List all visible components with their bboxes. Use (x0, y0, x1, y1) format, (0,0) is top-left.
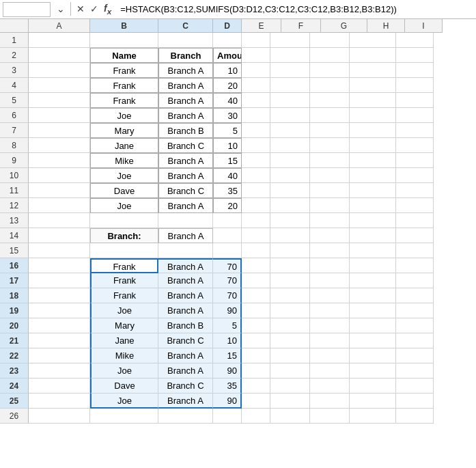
cell-b[interactable]: Branch: (90, 228, 158, 243)
cell-g[interactable] (310, 394, 350, 409)
cell-f[interactable] (270, 303, 310, 318)
cell-b[interactable] (90, 409, 158, 424)
cell-e[interactable] (242, 33, 270, 48)
col-header-c[interactable]: C (158, 19, 213, 33)
cell-i[interactable] (396, 138, 434, 153)
cell-e[interactable] (242, 409, 270, 424)
cell-g[interactable] (310, 243, 350, 258)
cell-g[interactable] (310, 63, 350, 78)
cell-f[interactable] (270, 153, 310, 168)
cell-f[interactable] (270, 93, 310, 108)
cell-b[interactable]: Mary (90, 318, 158, 333)
cell-e[interactable] (242, 288, 270, 303)
cell-c[interactable]: Branch A (158, 108, 213, 123)
function-icon[interactable]: fx (102, 1, 113, 17)
cell-a[interactable] (29, 123, 90, 138)
cell-i[interactable] (396, 348, 434, 363)
cell-e[interactable] (242, 168, 270, 183)
cell-i[interactable] (396, 409, 434, 424)
cell-h[interactable] (350, 288, 396, 303)
cell-a[interactable] (29, 394, 90, 409)
cell-b[interactable]: Joe (90, 303, 158, 318)
cell-a[interactable] (29, 258, 90, 273)
cell-f[interactable] (270, 409, 310, 424)
cell-b[interactable]: Joe (90, 394, 158, 409)
cell-c[interactable]: Branch A (158, 198, 213, 213)
cell-i[interactable] (396, 363, 434, 378)
cell-c[interactable]: Branch A (158, 273, 213, 288)
cell-b[interactable]: Jane (90, 333, 158, 348)
cell-e[interactable] (242, 93, 270, 108)
cell-i[interactable] (396, 273, 434, 288)
cell-d[interactable]: 10 (213, 138, 242, 153)
cell-h[interactable] (350, 378, 396, 394)
cell-f[interactable] (270, 243, 310, 258)
cell-i[interactable] (396, 303, 434, 318)
cell-c[interactable] (158, 213, 213, 228)
cell-a[interactable] (29, 243, 90, 258)
cell-g[interactable] (310, 138, 350, 153)
cell-g[interactable] (310, 198, 350, 213)
cell-h[interactable] (350, 409, 396, 424)
cell-f[interactable] (270, 198, 310, 213)
cell-h[interactable] (350, 33, 396, 48)
cell-d[interactable]: 5 (213, 318, 242, 333)
cell-c[interactable] (158, 243, 213, 258)
cell-e[interactable] (242, 63, 270, 78)
cell-h[interactable] (350, 318, 396, 333)
cell-e[interactable] (242, 363, 270, 378)
cell-e[interactable] (242, 108, 270, 123)
cell-c[interactable]: Branch A (158, 394, 213, 409)
cell-h[interactable] (350, 273, 396, 288)
cell-h[interactable] (350, 258, 396, 273)
cell-e[interactable] (242, 394, 270, 409)
cell-i[interactable] (396, 78, 434, 93)
cell-a[interactable] (29, 78, 90, 93)
formula-input[interactable] (117, 2, 473, 17)
cell-d[interactable] (213, 213, 242, 228)
cell-b[interactable] (90, 33, 158, 48)
cell-b[interactable]: Mike (90, 153, 158, 168)
cell-i[interactable] (396, 333, 434, 348)
col-header-e[interactable]: E (242, 19, 281, 33)
cell-h[interactable] (350, 78, 396, 93)
cell-e[interactable] (242, 153, 270, 168)
cell-c[interactable] (158, 409, 213, 424)
cell-c[interactable]: Branch A (158, 228, 213, 243)
cell-a[interactable] (29, 198, 90, 213)
cell-a[interactable] (29, 48, 90, 63)
cell-e[interactable] (242, 243, 270, 258)
cell-a[interactable] (29, 409, 90, 424)
cell-f[interactable] (270, 228, 310, 243)
cell-i[interactable] (396, 108, 434, 123)
cell-c[interactable]: Branch A (158, 153, 213, 168)
cell-e[interactable] (242, 273, 270, 288)
cell-c[interactable]: Branch A (158, 78, 213, 93)
cell-e[interactable] (242, 183, 270, 198)
cell-e[interactable] (242, 258, 270, 273)
cell-e[interactable] (242, 123, 270, 138)
cell-g[interactable] (310, 348, 350, 363)
cell-g[interactable] (310, 33, 350, 48)
cell-b[interactable]: Name (90, 48, 158, 63)
cancel-icon[interactable]: ✕ (74, 2, 87, 16)
cell-c[interactable]: Branch A (158, 348, 213, 363)
cell-f[interactable] (270, 63, 310, 78)
cell-g[interactable] (310, 168, 350, 183)
cell-i[interactable] (396, 243, 434, 258)
cell-g[interactable] (310, 123, 350, 138)
cell-b[interactable]: Joe (90, 198, 158, 213)
cell-d[interactable]: 35 (213, 183, 242, 198)
cell-d[interactable]: 35 (213, 378, 242, 394)
cell-c[interactable]: Branch A (158, 258, 213, 273)
cell-d[interactable] (213, 33, 242, 48)
cell-d[interactable]: 70 (213, 258, 242, 273)
cell-g[interactable] (310, 333, 350, 348)
cell-i[interactable] (396, 33, 434, 48)
cell-f[interactable] (270, 48, 310, 63)
cell-d[interactable]: 30 (213, 108, 242, 123)
cell-f[interactable] (270, 183, 310, 198)
cell-b[interactable]: Mary (90, 123, 158, 138)
col-header-a[interactable]: A (29, 19, 90, 33)
cell-a[interactable] (29, 168, 90, 183)
